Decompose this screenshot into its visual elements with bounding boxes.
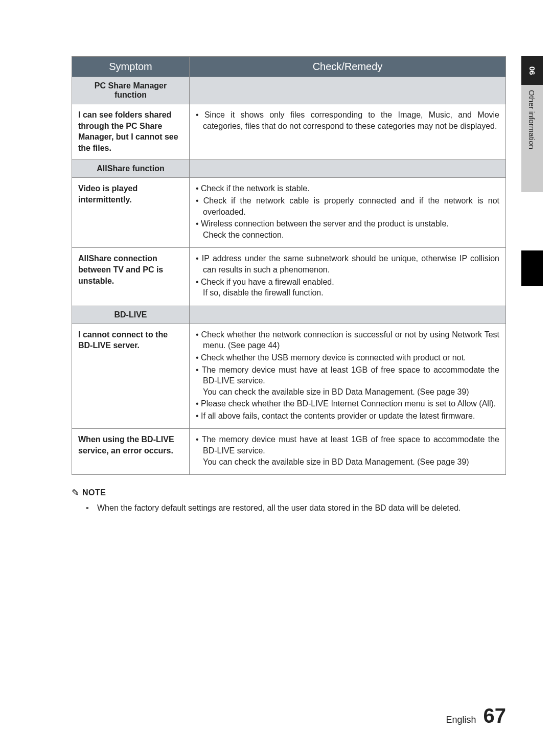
remedy-list: Check whether the network connection is … (196, 329, 499, 386)
symptom-cell: When using the BD-LIVE service, an error… (72, 429, 190, 475)
section-title: AllShare function (72, 160, 190, 178)
remedy-subline: You can check the available size in BD D… (196, 386, 499, 398)
symptom-cell: Video is played intermittently. (72, 178, 190, 248)
note-icon: ✎ (72, 487, 79, 498)
section-empty (190, 160, 506, 178)
table-row: Video is played intermittently. Check if… (72, 178, 506, 248)
page-footer: English 67 (446, 704, 506, 727)
remedy-item: IP address under the same subnetwork sho… (196, 253, 499, 275)
remedy-cell: Since it shows only files corresponding … (190, 104, 506, 160)
remedy-list: Please check whether the BD-LIVE Interne… (196, 398, 499, 421)
section-title: PC Share Manager function (72, 77, 190, 104)
side-tab: 06 Other information (521, 56, 543, 271)
section-empty (190, 306, 506, 324)
page: 06 Other information Symptom Check/Remed… (0, 0, 552, 756)
table-row: When using the BD-LIVE service, an error… (72, 429, 506, 475)
section-empty (190, 77, 506, 104)
remedy-subline: If so, disable the firewall function. (196, 287, 499, 299)
section-row: PC Share Manager function (72, 77, 506, 104)
table-row: I can see folders shared through the PC … (72, 104, 506, 160)
note-block: ✎ NOTE ▪ When the factory default settin… (72, 487, 506, 513)
note-item: ▪ When the factory default settings are … (72, 503, 506, 513)
header-remedy: Check/Remedy (190, 57, 506, 77)
note-label: NOTE (82, 488, 106, 497)
chapter-number: 06 (521, 56, 543, 85)
remedy-cell: Check whether the network connection is … (190, 324, 506, 429)
remedy-item: The memory device must have at least 1GB… (196, 434, 499, 456)
header-symptom: Symptom (72, 57, 190, 77)
remedy-cell: The memory device must have at least 1GB… (190, 429, 506, 475)
note-bullet-icon: ▪ (86, 503, 92, 513)
chapter-title-wrap: Other information (521, 85, 543, 192)
remedy-item: Check whether the USB memory device is c… (196, 352, 499, 363)
remedy-list: Check if the network is stable. Check if… (196, 183, 499, 229)
table-row: I cannot connect to the BD-LIVE server. … (72, 324, 506, 429)
symptom-cell: I can see folders shared through the PC … (72, 104, 190, 160)
remedy-item: Wireless connection between the server a… (196, 218, 499, 230)
remedy-item: Check whether the network connection is … (196, 329, 499, 351)
remedy-item: Please check whether the BD-LIVE Interne… (196, 398, 499, 409)
remedy-item: Check if the network is stable. (196, 183, 499, 194)
footer-language: English (446, 715, 476, 725)
remedy-subline: Check the connection. (196, 230, 499, 241)
symptom-cell: I cannot connect to the BD-LIVE server. (72, 324, 190, 429)
remedy-subline: You can check the available size in BD D… (196, 456, 499, 468)
remedy-item: Since it shows only files corresponding … (196, 109, 499, 131)
section-row: AllShare function (72, 160, 506, 178)
remedy-item: The memory device must have at least 1GB… (196, 364, 499, 386)
note-text: When the factory default settings are re… (97, 503, 461, 513)
remedy-list: Since it shows only files corresponding … (196, 109, 499, 131)
remedy-item: Check if you have a firewall enabled. (196, 277, 499, 288)
section-title: BD-LIVE (72, 306, 190, 324)
symptom-cell: AllShare connection between TV and PC is… (72, 248, 190, 306)
remedy-cell: Check if the network is stable. Check if… (190, 178, 506, 248)
table-row: AllShare connection between TV and PC is… (72, 248, 506, 306)
note-head: ✎ NOTE (72, 487, 506, 498)
remedy-list: The memory device must have at least 1GB… (196, 434, 499, 456)
chapter-title: Other information (521, 85, 542, 154)
remedy-item: If all above fails, contact the contents… (196, 410, 499, 422)
table-header-row: Symptom Check/Remedy (72, 57, 506, 77)
remedy-list: IP address under the same subnetwork sho… (196, 253, 499, 287)
remedy-item: Check if the network cable is properly c… (196, 195, 499, 217)
footer-page-number: 67 (484, 704, 507, 727)
section-row: BD-LIVE (72, 306, 506, 324)
side-marker (521, 250, 543, 286)
troubleshooting-table: Symptom Check/Remedy PC Share Manager fu… (72, 56, 506, 475)
remedy-cell: IP address under the same subnetwork sho… (190, 248, 506, 306)
